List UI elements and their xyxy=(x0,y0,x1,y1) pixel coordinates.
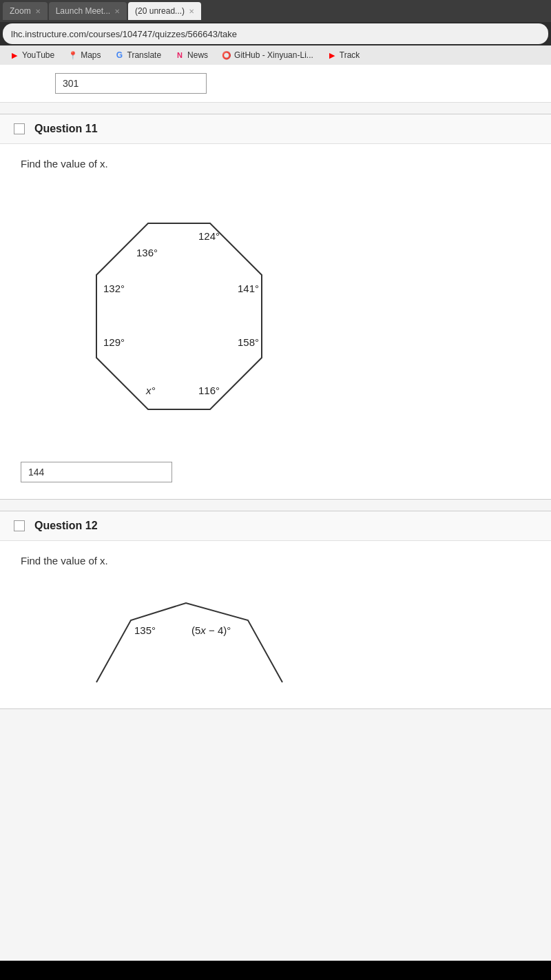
question-11-polygon: 136° 124° 141° 158° 116° x° 129° 132° xyxy=(34,182,530,440)
tab-launch[interactable]: Launch Meet... ✕ xyxy=(49,2,127,20)
news-icon: N xyxy=(175,50,185,60)
tab-zoom[interactable]: Zoom ✕ xyxy=(3,2,48,20)
bookmark-track[interactable]: ▶ Track xyxy=(322,49,366,61)
angle-129: 129° xyxy=(103,336,125,348)
question-12-checkbox[interactable] xyxy=(14,520,25,531)
bookmark-track-label: Track xyxy=(340,50,360,60)
previous-answer-input[interactable] xyxy=(55,73,207,94)
question-11-title: Question 11 xyxy=(34,123,98,135)
question-12-partial-polygon: 135° (5x − 4)° xyxy=(34,579,530,692)
bookmark-youtube[interactable]: ▶ YouTube xyxy=(4,49,60,61)
octagon-svg: 136° 124° 141° 158° 116° x° 129° 132° xyxy=(34,182,289,437)
bookmark-github[interactable]: ⭕ GitHub - Xinyuan-Li... xyxy=(216,49,319,61)
bookmark-maps-label: Maps xyxy=(81,50,101,60)
question-12-prompt: Find the value of x. xyxy=(21,555,530,566)
translate-icon: G xyxy=(115,50,125,60)
tab-zoom-close[interactable]: ✕ xyxy=(35,8,41,15)
angle-141: 141° xyxy=(238,283,259,294)
angle-x: x° xyxy=(145,385,156,396)
black-area xyxy=(0,961,551,980)
angle-136: 136° xyxy=(136,247,158,258)
question-11-prompt: Find the value of x. xyxy=(21,158,530,170)
track-icon: ▶ xyxy=(327,50,337,60)
tab-bar: Zoom ✕ Launch Meet... ✕ (20 unread...) ✕ xyxy=(0,0,551,22)
tab-launch-close[interactable]: ✕ xyxy=(114,8,120,15)
tab-launch-label: Launch Meet... xyxy=(56,6,110,16)
bookmarks-bar: ▶ YouTube 📍 Maps G Translate N News ⭕ Gi… xyxy=(0,45,551,65)
tab-canvas[interactable]: (20 unread...) ✕ xyxy=(128,2,201,20)
question-12-body: Find the value of x. 135° (5x − 4)° xyxy=(0,541,551,708)
bookmark-youtube-label: YouTube xyxy=(22,50,54,60)
question-11-body: Find the value of x. 136° 124° 141° 158° xyxy=(0,144,551,499)
maps-icon: 📍 xyxy=(68,50,78,60)
address-bar[interactable]: lhc.instructure.com/courses/104747/quizz… xyxy=(3,23,548,44)
partial-polygon-svg: 135° (5x − 4)° xyxy=(34,579,289,689)
bookmark-translate-label: Translate xyxy=(127,50,162,60)
bookmark-translate[interactable]: G Translate xyxy=(110,49,167,61)
youtube-icon: ▶ xyxy=(10,50,19,60)
angle-132: 132° xyxy=(103,283,125,294)
bookmark-news[interactable]: N News xyxy=(169,49,214,61)
angle-124: 124° xyxy=(198,230,220,242)
previous-answer-row xyxy=(0,65,551,103)
question-11-block: Question 11 Find the value of x. 136° 12… xyxy=(0,114,551,500)
github-icon: ⭕ xyxy=(222,50,231,60)
angle-158: 158° xyxy=(238,336,259,348)
tab-canvas-label: (20 unread...) xyxy=(135,6,185,16)
bookmark-github-label: GitHub - Xinyuan-Li... xyxy=(234,50,313,60)
tab-canvas-close[interactable]: ✕ xyxy=(189,8,194,15)
browser-chrome: Zoom ✕ Launch Meet... ✕ (20 unread...) ✕… xyxy=(0,0,551,65)
angle-135: 135° xyxy=(134,624,156,636)
address-bar-url: lhc.instructure.com/courses/104747/quizz… xyxy=(11,29,237,39)
question-12-title: Question 12 xyxy=(34,520,98,532)
question-12-header: Question 12 xyxy=(0,511,551,541)
question-11-checkbox[interactable] xyxy=(14,123,25,134)
angle-5x-4: (5x − 4)° xyxy=(191,624,231,636)
question-11-header: Question 11 xyxy=(0,114,551,144)
bookmark-maps[interactable]: 📍 Maps xyxy=(63,49,106,61)
bookmark-news-label: News xyxy=(187,50,208,60)
angle-116: 116° xyxy=(198,385,220,396)
question-12-block: Question 12 Find the value of x. 135° (5… xyxy=(0,511,551,709)
question-11-answer-input[interactable] xyxy=(21,462,172,482)
page-content: Question 11 Find the value of x. 136° 12… xyxy=(0,65,551,961)
tab-zoom-label: Zoom xyxy=(10,6,31,16)
svg-marker-0 xyxy=(96,223,262,409)
